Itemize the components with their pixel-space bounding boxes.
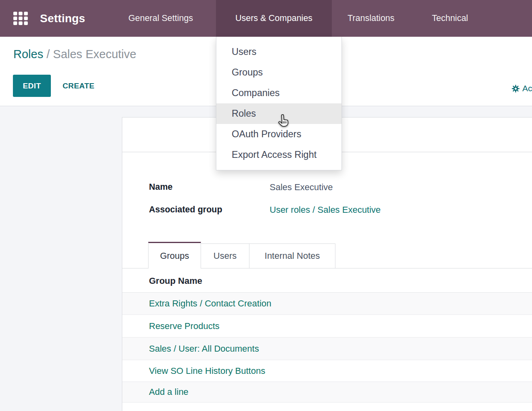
breadcrumb-current: Sales Executive	[53, 48, 136, 61]
associated-group-label: Associated group	[149, 205, 222, 215]
tab-users[interactable]: Users	[201, 243, 249, 268]
nav-item-translations[interactable]: Translations	[348, 0, 394, 37]
nav-item-general-settings[interactable]: General Settings	[128, 0, 193, 37]
breadcrumb: Roles / Sales Executive	[13, 48, 136, 61]
tab-internal-notes[interactable]: Internal Notes	[249, 243, 335, 268]
group-row[interactable]: Sales / User: All Documents	[122, 338, 532, 360]
apps-grid-icon[interactable]	[13, 12, 28, 25]
add-a-line-button[interactable]: Add a line	[122, 382, 532, 403]
nav-item-users-companies[interactable]: Users & Companies	[216, 0, 332, 37]
breadcrumb-separator: /	[43, 48, 53, 61]
menu-item-oauth-providers[interactable]: OAuth Providers	[216, 124, 341, 145]
notebook-tabs: Groups Users Internal Notes	[148, 242, 335, 268]
name-field-label: Name	[149, 182, 173, 192]
app-title[interactable]: Settings	[40, 0, 85, 37]
tab-groups[interactable]: Groups	[148, 242, 201, 268]
users-companies-dropdown: Users Groups Companies Roles OAuth Provi…	[216, 37, 342, 170]
action-menu-label: Action	[522, 84, 532, 93]
group-row[interactable]: Extra Rights / Contact Creation	[122, 293, 532, 315]
group-row[interactable]: View SO Line History Buttons	[122, 360, 532, 382]
associated-group-link[interactable]: User roles / Sales Executive	[270, 205, 381, 215]
groups-table: Extra Rights / Contact Creation Reserve …	[122, 292, 532, 403]
menu-item-users[interactable]: Users	[216, 42, 341, 62]
menu-item-groups[interactable]: Groups	[216, 62, 341, 83]
gear-icon	[512, 85, 519, 92]
group-row[interactable]: Reserve Products	[122, 315, 532, 338]
top-navbar: Settings General Settings Users & Compan…	[0, 0, 532, 37]
menu-item-companies[interactable]: Companies	[216, 83, 341, 103]
action-menu-button[interactable]: Action	[512, 82, 532, 95]
create-button[interactable]: CREATE	[63, 75, 94, 97]
menu-item-roles[interactable]: Roles	[216, 103, 341, 124]
name-field-value: Sales Executive	[270, 182, 333, 193]
settings-app-window: Settings General Settings Users & Compan…	[0, 0, 532, 411]
breadcrumb-roles-link[interactable]: Roles	[13, 48, 43, 61]
menu-item-export-access-right[interactable]: Export Access Right	[216, 145, 341, 165]
edit-button[interactable]: EDIT	[13, 75, 51, 97]
nav-item-technical[interactable]: Technical	[432, 0, 468, 37]
group-name-column-header: Group Name	[149, 276, 202, 286]
